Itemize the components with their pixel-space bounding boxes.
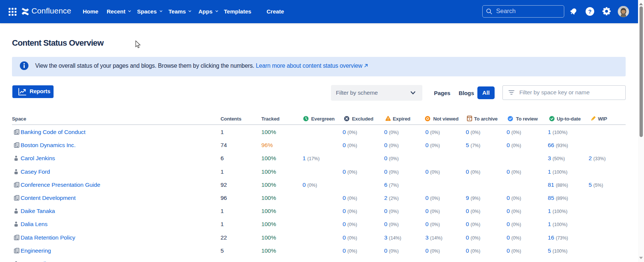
svg-text:?: ?: [588, 9, 592, 15]
